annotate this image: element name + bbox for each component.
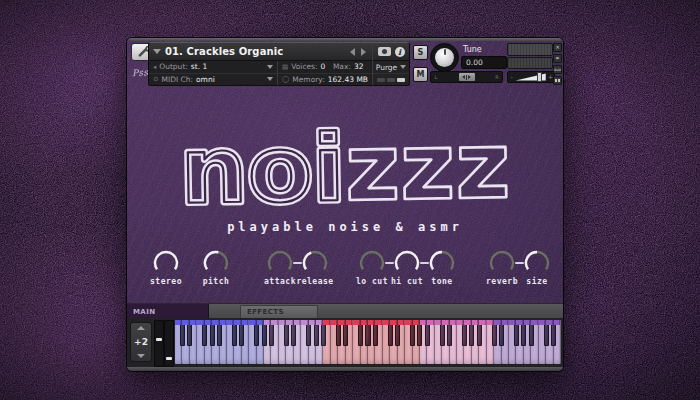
key-range-strip [182, 320, 188, 325]
knob-group: stereo [147, 249, 185, 286]
memory-value: 162.43 MB [328, 75, 368, 84]
mute-button[interactable]: M [413, 67, 428, 82]
piano-keyboard[interactable] [175, 320, 561, 364]
memory-row: ◯ Memory: 162.43 MB [278, 73, 372, 86]
key-range-strip [546, 320, 552, 325]
solo-button[interactable]: S [413, 45, 428, 60]
key-range-strip [309, 320, 315, 325]
octave-down-icon[interactable] [137, 354, 145, 358]
instrument-menu-caret-icon[interactable] [153, 49, 161, 54]
midi-row[interactable]: ⊙ MIDI Ch: omni [149, 73, 277, 86]
knob-attack[interactable]: attack [261, 249, 299, 286]
next-instrument-icon[interactable] [361, 48, 366, 56]
key-range-strip [368, 320, 374, 325]
mod-wheel[interactable] [164, 320, 174, 367]
key-range-strip [249, 320, 255, 325]
key-range-strip [390, 320, 396, 325]
close-button[interactable] [553, 43, 562, 52]
key-range-strip [375, 320, 381, 325]
tune-value[interactable]: 0.00 [461, 56, 507, 69]
keyboard-zone: +2 [127, 318, 563, 367]
max-label: Max: [333, 62, 351, 71]
knob-stereo[interactable]: stereo [147, 249, 185, 286]
knob-group: lo cuthi cuttone [353, 249, 461, 286]
key-range-strip [346, 320, 352, 325]
mod-wheel-handle[interactable] [166, 357, 172, 360]
knob-label: tone [431, 277, 452, 286]
key-range-strip [197, 320, 203, 325]
knob-label: release [296, 277, 333, 286]
key-range-strip [338, 320, 344, 325]
key-range-strip [331, 320, 337, 325]
knob-label: stereo [150, 277, 182, 286]
key-range-strip [220, 320, 226, 325]
knob-pitch[interactable]: pitch [197, 249, 235, 286]
pan-left-arrow-icon [462, 75, 465, 79]
volume-slider[interactable]: - + [507, 71, 555, 83]
knob-label: attack [264, 277, 296, 286]
midi-caret-icon[interactable] [267, 77, 273, 81]
aux-button[interactable]: aux [553, 65, 562, 74]
output-row[interactable]: ◂ Output: st. 1 [149, 61, 277, 73]
knob-tone[interactable]: tone [423, 249, 461, 286]
knob-reverb[interactable]: reverb [483, 249, 521, 286]
key-range-strip [450, 320, 456, 325]
volume-minus[interactable]: - [508, 74, 515, 80]
key-range-strip [420, 320, 426, 325]
key-range-strip [487, 320, 493, 325]
prev-instrument-icon[interactable] [350, 48, 355, 56]
knob-size[interactable]: size [518, 249, 556, 286]
tune-knob-cap [435, 48, 454, 67]
volume-track[interactable] [515, 72, 547, 82]
octave-shift-control[interactable]: +2 [130, 322, 152, 362]
key-range-strip [405, 320, 411, 325]
pan-slider[interactable]: L R [430, 71, 503, 83]
pan-handle[interactable] [459, 73, 475, 81]
pitch-wheel[interactable] [154, 320, 164, 367]
noizzz-logo: noizzz noizzz [127, 94, 563, 222]
key-range-strip [457, 320, 463, 325]
output-value: st. 1 [191, 62, 207, 71]
tune-knob[interactable] [430, 43, 459, 72]
key-range-strip [190, 320, 196, 325]
key-range-strip [353, 320, 359, 325]
snapshot-camera-icon[interactable] [378, 47, 391, 56]
knob-release[interactable]: release [296, 249, 334, 286]
max-value[interactable]: 32 [354, 62, 364, 71]
key-range-strip [502, 320, 508, 325]
output-caret-icon[interactable] [267, 65, 273, 69]
tab-effects[interactable]: EFFECTS [240, 305, 318, 318]
midi-icon: ⊙ [153, 76, 158, 83]
pan-track[interactable] [441, 72, 492, 82]
octave-up-icon[interactable] [137, 326, 145, 330]
key-range-strip [227, 320, 233, 325]
level-meter-right [507, 57, 553, 70]
octave-shift-value: +2 [134, 337, 148, 347]
purge-caret-icon [400, 65, 406, 69]
knob-row: stereopitchattackreleaselo cuthi cuttone… [127, 249, 563, 297]
knob-label: hi cut [391, 277, 423, 286]
knob-label: pitch [203, 277, 230, 286]
tab-main[interactable]: MAIN [127, 304, 209, 319]
pitch-wheel-handle[interactable] [156, 338, 162, 341]
instrument-title[interactable]: 01. Crackles Organic [165, 46, 346, 57]
volume-handle[interactable] [537, 72, 542, 82]
key-range-strip [316, 320, 322, 325]
knob-label: size [526, 277, 547, 286]
performance-view-button[interactable] [553, 76, 562, 85]
purge-menu[interactable]: Purge [373, 61, 409, 74]
knob-lo-cut[interactable]: lo cut [353, 249, 391, 286]
key-range-strip [413, 320, 419, 325]
instrument-nav [350, 48, 368, 56]
memory-label: Memory: [292, 75, 324, 84]
minimize-button[interactable] [553, 54, 562, 63]
level-meter-left [507, 43, 553, 56]
pan-left-label: L [431, 74, 441, 80]
logo-subtitle: playable noise & asmr [127, 220, 563, 234]
memory-icon: ◯ [282, 76, 289, 83]
knob-hi-cut[interactable]: hi cut [388, 249, 426, 286]
tab-bar: MAIN EFFECTS [127, 303, 563, 318]
key-range-strip [264, 320, 270, 325]
info-icon[interactable]: i [395, 47, 405, 57]
key-range-strip [539, 320, 545, 325]
